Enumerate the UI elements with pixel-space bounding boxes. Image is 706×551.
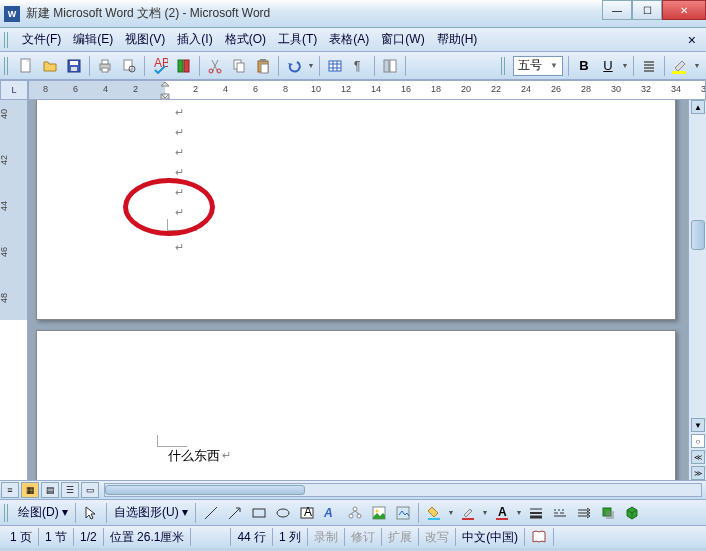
arrow-style-button[interactable] <box>573 502 595 524</box>
fill-color-dropdown[interactable]: ▼ <box>446 509 456 516</box>
highlight-button[interactable] <box>669 55 691 77</box>
view-bar: ≡ ▦ ▤ ☰ ▭ <box>0 480 706 500</box>
align-justify-button[interactable] <box>638 55 660 77</box>
line-color-button[interactable] <box>457 502 479 524</box>
arrow-tool-button[interactable] <box>224 502 246 524</box>
print-preview-button[interactable] <box>118 55 140 77</box>
svg-point-32 <box>376 509 379 512</box>
format-grip[interactable] <box>501 57 507 75</box>
scroll-down-icon[interactable]: ▼ <box>691 418 705 432</box>
insert-wordart-button[interactable]: A <box>320 502 342 524</box>
undo-button[interactable] <box>283 55 305 77</box>
font-size-value: 五号 <box>518 57 542 74</box>
rectangle-tool-button[interactable] <box>248 502 270 524</box>
cut-button[interactable] <box>204 55 226 77</box>
scroll-thumb[interactable] <box>691 220 705 250</box>
hscroll-thumb[interactable] <box>105 485 305 495</box>
horizontal-scrollbar[interactable] <box>104 483 702 497</box>
menu-format[interactable]: 格式(O) <box>219 29 272 50</box>
menu-help[interactable]: 帮助(H) <box>431 29 484 50</box>
insert-clipart-button[interactable] <box>368 502 390 524</box>
next-page-icon[interactable]: ≫ <box>691 466 705 480</box>
print-button[interactable] <box>94 55 116 77</box>
menu-table[interactable]: 表格(A) <box>323 29 375 50</box>
status-book-icon[interactable] <box>525 528 554 546</box>
insert-diagram-button[interactable] <box>344 502 366 524</box>
textbox-tool-button[interactable]: A <box>296 502 318 524</box>
toolbar-grip[interactable] <box>4 57 10 75</box>
menu-tools[interactable]: 工具(T) <box>272 29 323 50</box>
underline-dropdown[interactable]: ▼ <box>620 62 630 69</box>
show-paragraph-button[interactable]: ¶ <box>348 55 370 77</box>
print-layout-view-button[interactable]: ▦ <box>21 482 39 498</box>
outline-view-button[interactable]: ☰ <box>61 482 79 498</box>
paste-button[interactable] <box>252 55 274 77</box>
select-objects-button[interactable] <box>80 502 102 524</box>
menu-window[interactable]: 窗口(W) <box>375 29 430 50</box>
normal-view-button[interactable]: ≡ <box>1 482 19 498</box>
status-rec[interactable]: 录制 <box>308 528 345 546</box>
status-ext[interactable]: 扩展 <box>382 528 419 546</box>
doc-close-button[interactable]: × <box>682 32 702 48</box>
3d-style-button[interactable] <box>621 502 643 524</box>
open-button[interactable] <box>39 55 61 77</box>
shadow-style-button[interactable] <box>597 502 619 524</box>
oval-tool-button[interactable] <box>272 502 294 524</box>
highlight-dropdown[interactable]: ▼ <box>692 62 702 69</box>
underline-button[interactable]: U <box>597 55 619 77</box>
toolbar-sep <box>374 56 375 76</box>
web-view-button[interactable]: ▤ <box>41 482 59 498</box>
status-bar: 1 页 1 节 1/2 位置 26.1厘米 44 行 1 列 录制 修订 扩展 … <box>0 526 706 548</box>
maximize-button[interactable]: ☐ <box>632 0 662 20</box>
horizontal-ruler[interactable]: 8 6 4 2 2 4 6 8 10 12 14 16 18 20 22 24 … <box>28 80 706 100</box>
page-2: 什么东西 ↵ <box>36 330 676 480</box>
new-doc-button[interactable] <box>15 55 37 77</box>
footer-mark <box>157 435 187 447</box>
drawbar-grip[interactable] <box>4 504 10 522</box>
menu-view[interactable]: 视图(V) <box>119 29 171 50</box>
toolbar-sep <box>278 56 279 76</box>
status-ovr[interactable]: 改写 <box>419 528 456 546</box>
autoshapes-menu[interactable]: 自选图形(U) ▾ <box>110 502 192 523</box>
dash-style-button[interactable] <box>549 502 571 524</box>
ruler-corner[interactable]: L <box>0 80 28 100</box>
doc-map-button[interactable] <box>379 55 401 77</box>
close-button[interactable]: ✕ <box>662 0 706 20</box>
prev-page-icon[interactable]: ≪ <box>691 450 705 464</box>
copy-button[interactable] <box>228 55 250 77</box>
menu-insert[interactable]: 插入(I) <box>171 29 218 50</box>
insert-table-button[interactable] <box>324 55 346 77</box>
draw-menu[interactable]: 绘图(D) ▾ <box>14 502 72 523</box>
line-tool-button[interactable] <box>200 502 222 524</box>
app-icon: W <box>4 6 20 22</box>
font-color-dropdown[interactable]: ▼ <box>514 509 524 516</box>
research-button[interactable] <box>173 55 195 77</box>
editor-area: 40 42 44 46 48 ↵ ↵ ↵ ↵ ↵ ↵ ↵ 什么东西 ↵ ▲ ▼ … <box>0 100 706 480</box>
window-buttons: — ☐ ✕ <box>602 0 706 20</box>
bold-button[interactable]: B <box>573 55 595 77</box>
reading-view-button[interactable]: ▭ <box>81 482 99 498</box>
browse-object-icon[interactable]: ○ <box>691 434 705 448</box>
document-area[interactable]: ↵ ↵ ↵ ↵ ↵ ↵ ↵ 什么东西 ↵ <box>28 100 688 480</box>
font-size-combo[interactable]: 五号 ▼ <box>513 56 563 76</box>
indent-marker-icon[interactable] <box>160 82 170 100</box>
font-color-button[interactable]: A <box>491 502 513 524</box>
line-color-dropdown[interactable]: ▼ <box>480 509 490 516</box>
vertical-ruler[interactable]: 40 42 44 46 48 <box>0 100 28 480</box>
status-lang[interactable]: 中文(中国) <box>456 528 525 546</box>
status-rev[interactable]: 修订 <box>345 528 382 546</box>
save-button[interactable] <box>63 55 85 77</box>
scroll-up-icon[interactable]: ▲ <box>691 100 705 114</box>
minimize-button[interactable]: — <box>602 0 632 20</box>
line-style-button[interactable] <box>525 502 547 524</box>
insert-picture-button[interactable] <box>392 502 414 524</box>
toolbar-sep <box>568 56 569 76</box>
undo-dropdown[interactable]: ▼ <box>306 62 316 69</box>
spellcheck-button[interactable]: AB <box>149 55 171 77</box>
menubar-grip[interactable] <box>4 32 10 48</box>
svg-text:A: A <box>304 505 312 519</box>
menu-edit[interactable]: 编辑(E) <box>67 29 119 50</box>
menu-file[interactable]: 文件(F) <box>16 29 67 50</box>
fill-color-button[interactable] <box>423 502 445 524</box>
vertical-scrollbar[interactable]: ▲ ▼ ○ ≪ ≫ <box>688 100 706 480</box>
